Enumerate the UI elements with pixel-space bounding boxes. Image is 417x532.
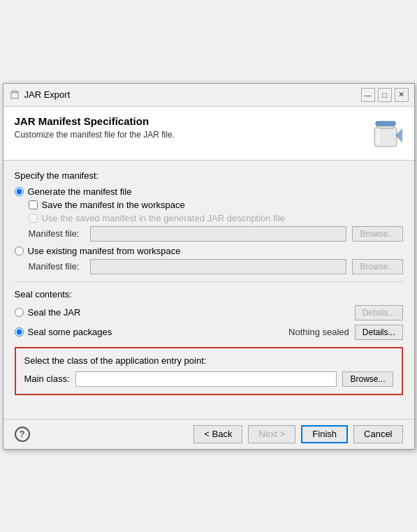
generate-manifest-radio-row: Generate the manifest file [15,186,403,197]
save-manifest-checkbox[interactable] [29,200,38,209]
divider1 [15,281,403,282]
seal-packages-radio[interactable] [15,327,24,337]
entry-point-section: Select the class of the application entr… [15,347,403,395]
use-existing-manifest-radio[interactable] [15,246,24,256]
save-manifest-label[interactable]: Save the manifest in the workspace [42,200,185,210]
seal-jar-left: Seal the JAR [15,307,81,318]
svg-point-2 [13,90,17,92]
manifest-browse2-button[interactable]: Browse... [352,259,402,274]
use-saved-manifest-checkbox[interactable] [29,214,38,223]
svg-rect-5 [376,121,395,126]
seal-packages-right: Nothing sealed Details... [288,325,402,340]
seal-section-label: Seal contents: [15,289,403,300]
jar-export-window: JAR Export — □ ✕ JAR Manifest Specificat… [3,83,415,450]
titlebar-controls: — □ ✕ [361,88,409,102]
seal-packages-details-button[interactable]: Details... [355,325,403,340]
generate-manifest-label[interactable]: Generate the manifest file [28,186,132,197]
footer-left: ? [15,427,30,442]
entry-row: Main class: Browse... [24,371,393,387]
manifest-file-label: Manifest file: [29,228,85,239]
manifest-file-row: Manifest file: Browse... [29,226,403,242]
seal-packages-row: Seal some packages Nothing sealed Detail… [15,325,403,340]
use-existing-radio-row: Use existing manifest from workspace [15,246,403,256]
use-saved-manifest-label: Use the saved manifest in the generated … [42,213,285,223]
seal-jar-radio[interactable] [15,308,24,317]
manifest-browse-button[interactable]: Browse... [352,226,402,242]
main-class-browse-button[interactable]: Browse... [342,371,393,387]
seal-section: Seal contents: Seal the JAR Details... S… [15,289,403,340]
nothing-sealed-text: Nothing sealed [288,327,349,337]
page-title: JAR Manifest Specification [15,115,175,127]
header-text: JAR Manifest Specification Customize the… [15,115,175,140]
jar-svg-icon [369,114,402,151]
seal-jar-label[interactable]: Seal the JAR [28,307,81,318]
window-title: JAR Export [24,89,71,100]
seal-packages-left: Seal some packages [15,327,112,337]
manifest-file2-row: Manifest file: Browse... [29,259,403,274]
use-saved-checkbox-row: Use the saved manifest in the generated … [29,213,403,223]
manifest-section-label: Specify the manifest: [15,170,403,181]
svg-rect-6 [376,128,380,144]
manifest-file-input[interactable] [90,226,347,242]
footer: ? < Back Next > Finish Cancel [3,419,414,449]
page-subtitle: Customize the manifest file for the JAR … [15,130,175,140]
help-button[interactable]: ? [15,427,30,442]
finish-button[interactable]: Finish [301,425,348,443]
main-class-input[interactable] [75,371,337,387]
manifest-file2-label: Manifest file: [29,261,85,272]
titlebar-left: JAR Export [9,89,71,101]
seal-jar-right: Details... [355,305,403,320]
titlebar: JAR Export — □ ✕ [3,84,414,107]
maximize-button[interactable]: □ [378,88,392,102]
content-area: Specify the manifest: Generate the manif… [3,161,414,405]
svg-rect-0 [11,92,18,98]
seal-jar-details-button[interactable]: Details... [355,305,403,320]
entry-point-label: Select the class of the application entr… [24,355,393,366]
header-icon [368,115,403,150]
header-area: JAR Manifest Specification Customize the… [3,107,414,161]
next-button[interactable]: Next > [248,425,295,443]
back-button[interactable]: < Back [193,425,242,443]
generate-manifest-radio[interactable] [15,187,24,196]
manifest-file2-input[interactable] [90,259,347,274]
cancel-button[interactable]: Cancel [353,425,402,443]
save-manifest-checkbox-row: Save the manifest in the workspace [29,200,403,210]
seal-packages-label[interactable]: Seal some packages [28,327,112,337]
use-existing-manifest-label[interactable]: Use existing manifest from workspace [28,246,181,256]
footer-right: < Back Next > Finish Cancel [193,425,402,443]
main-class-label: Main class: [24,374,70,384]
seal-jar-row: Seal the JAR Details... [15,305,403,320]
close-button[interactable]: ✕ [395,88,409,102]
minimize-button[interactable]: — [361,88,375,102]
window-icon [9,89,20,101]
